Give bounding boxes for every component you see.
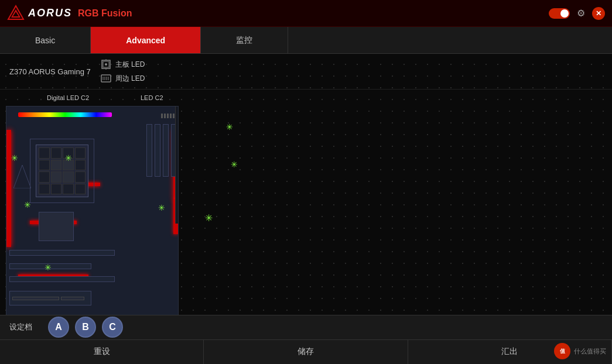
svg-point-5 — [105, 63, 107, 66]
triangle-decoration — [13, 165, 31, 188]
bottom-panel: 设定档 A B C 重设 储存 汇出 值 什么值得买 — [0, 315, 612, 364]
sparkle-2: ✳ — [65, 153, 72, 163]
m2-slot — [9, 291, 91, 305]
color-strip — [18, 112, 112, 117]
settings-button[interactable]: ⚙ — [575, 7, 587, 20]
aorus-text: AORUS — [28, 7, 72, 19]
profile-btn-a[interactable]: A — [48, 317, 69, 338]
svg-rect-8 — [101, 75, 111, 82]
digital-led-c2-label: Digital LED C2 — [47, 94, 89, 101]
profile-row: 设定档 A B C — [0, 315, 612, 340]
profile-btn-c[interactable]: C — [102, 317, 123, 338]
watermark: 值 什么值得买 — [554, 343, 606, 359]
watermark-text: 什么值得买 — [574, 347, 606, 356]
tab-bar: Basic Advanced 监控 — [0, 27, 612, 54]
peripheral-led-label: 周边 LED — [115, 74, 145, 84]
motherboard-graphic[interactable]: ✳ ✳ ✳ ✳ ✳ — [6, 106, 179, 331]
sparkle-4: ✳ — [158, 203, 165, 212]
led-c2-label: LED C2 — [141, 94, 163, 101]
svg-marker-13 — [13, 165, 31, 188]
pcie-slot-1 — [9, 250, 115, 256]
connector-top-right — [161, 114, 175, 118]
sparkle-5: ✳ — [45, 263, 52, 272]
sparkle-3: ✳ — [24, 200, 31, 210]
app-container: AORUS RGB Fusion ⚙ ✕ Basic Advanced 监控 Z… — [0, 0, 612, 364]
cpu-socket — [36, 145, 88, 197]
watermark-icon: 值 — [554, 343, 570, 359]
action-row: 重设 储存 汇出 值 什么值得买 — [0, 340, 612, 365]
device-area: Z370 AORUS Gaming 7 主板 LED — [0, 54, 612, 90]
pcie-slot-3 — [9, 276, 115, 282]
main-content: Z370 AORUS Gaming 7 主板 LED — [0, 54, 612, 364]
tab-monitor[interactable]: 监控 — [201, 27, 288, 53]
logo-container: AORUS RGB Fusion — [7, 5, 132, 22]
mainboard-led-label: 主板 LED — [115, 60, 145, 70]
sparkle-outside-2: ✳ — [231, 160, 238, 169]
peripheral-led-icon — [100, 73, 112, 84]
close-button[interactable]: ✕ — [592, 7, 605, 20]
header-left: AORUS RGB Fusion — [7, 5, 132, 22]
io-shield — [175, 107, 178, 224]
header: AORUS RGB Fusion ⚙ ✕ — [0, 0, 612, 27]
main-chip — [39, 212, 74, 241]
led-option-mainboard[interactable]: 主板 LED — [100, 59, 145, 70]
profile-buttons: A B C — [48, 317, 123, 338]
mainboard-led-icon — [100, 59, 112, 70]
aorus-logo-icon — [7, 5, 25, 22]
save-button[interactable]: 储存 — [204, 340, 408, 365]
led-strip-left — [6, 130, 11, 247]
tab-advanced[interactable]: Advanced — [91, 27, 201, 53]
led-option-peripheral[interactable]: 周边 LED — [100, 73, 145, 84]
ram-slots — [146, 124, 177, 177]
mb-inner: ✳ ✳ ✳ ✳ ✳ — [6, 107, 178, 331]
power-toggle[interactable] — [549, 8, 570, 19]
header-controls: ⚙ ✕ — [549, 7, 605, 20]
sparkle-outside-1: ✳ — [226, 122, 233, 132]
sparkle-far-right: ✳ — [205, 212, 213, 224]
led-options: 主板 LED 周边 LED — [100, 59, 145, 84]
profile-label: 设定档 — [9, 322, 39, 332]
rgb-fusion-text: RGB Fusion — [78, 8, 132, 19]
device-name: Z370 AORUS Gaming 7 — [9, 67, 91, 76]
reset-button[interactable]: 重设 — [0, 340, 204, 365]
profile-btn-b[interactable]: B — [75, 317, 96, 338]
sparkle-1: ✳ — [11, 153, 18, 163]
tab-basic[interactable]: Basic — [0, 27, 91, 53]
